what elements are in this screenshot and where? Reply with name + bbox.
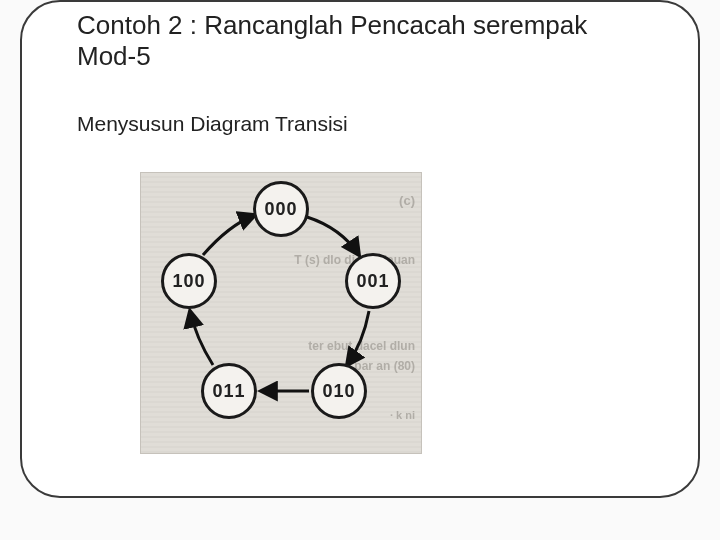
slide-title: Contoh 2 : Rancanglah Pencacah serempak … [77,10,637,72]
state-000: 000 [253,181,309,237]
state-100: 100 [161,253,217,309]
state-001: 001 [345,253,401,309]
slide-frame: Contoh 2 : Rancanglah Pencacah serempak … [20,0,700,498]
state-011: 011 [201,363,257,419]
transition-diagram: (c) T (s) dlo di txo tlauan ter ebut dac… [140,172,422,454]
slide-subtitle: Menysusun Diagram Transisi [77,112,698,136]
state-010: 010 [311,363,367,419]
